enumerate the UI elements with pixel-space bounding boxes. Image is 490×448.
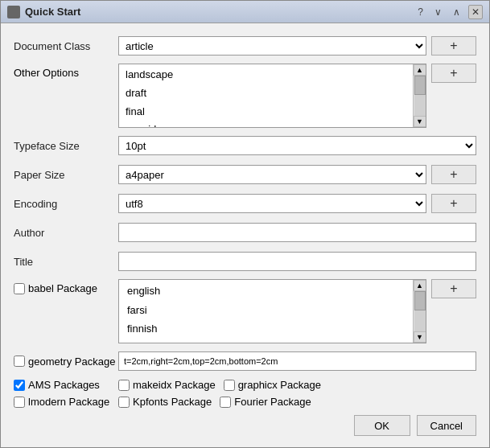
kpfonts-label: Kpfonts Package — [133, 396, 212, 408]
babel-listbox[interactable]: english farsi finnish francais french ▲ … — [118, 279, 426, 343]
fourier-checkbox[interactable] — [220, 397, 231, 408]
other-options-label: Other Options — [14, 64, 118, 79]
app-icon — [7, 6, 20, 18]
babel-languages: english farsi finnish francais french — [119, 280, 413, 343]
list-item[interactable]: francais — [122, 339, 410, 343]
scroll-track — [414, 76, 426, 116]
title-input[interactable] — [118, 252, 476, 271]
scroll-thumb[interactable] — [414, 76, 426, 95]
typeface-size-row: Typeface Size 10pt 11pt 12pt — [14, 134, 476, 157]
quick-start-dialog: Quick Start ? ∨ ∧ ✕ Document Class artic… — [0, 0, 490, 448]
collapse-button[interactable]: ∨ — [431, 6, 445, 18]
scroll-up-button[interactable]: ▲ — [414, 64, 426, 76]
typeface-size-label: Typeface Size — [14, 140, 118, 152]
babel-scroll-down[interactable]: ▼ — [414, 331, 426, 343]
author-controls — [118, 223, 476, 242]
document-class-row: Document Class article report book lette… — [14, 35, 476, 57]
document-class-select[interactable]: article report book letter — [118, 36, 426, 55]
author-row: Author — [14, 221, 476, 244]
other-options-scrollbar[interactable]: ▲ ▼ — [413, 64, 426, 127]
babel-control-area: english farsi finnish francais french ▲ … — [118, 279, 476, 343]
list-item[interactable]: finnish — [122, 319, 410, 339]
typeface-size-controls: 10pt 11pt 12pt — [118, 136, 476, 155]
geometry-label: geometry Package — [28, 356, 115, 368]
dialog-title: Quick Start — [25, 6, 80, 18]
title-controls — [118, 252, 476, 271]
dialog-content: Document Class article report book lette… — [1, 23, 489, 409]
babel-label: babel Package — [28, 282, 97, 294]
title-label: Title — [14, 256, 118, 268]
babel-scroll-thumb[interactable] — [414, 291, 426, 310]
babel-checkbox-wrap: babel Package — [14, 282, 97, 294]
graphicx-label: graphicx Package — [238, 379, 321, 391]
list-item[interactable]: final — [122, 103, 410, 121]
paper-size-row: Paper Size a4paper a5paper letterpaper l… — [14, 163, 476, 186]
kpfonts-checkbox[interactable] — [118, 397, 130, 408]
title-bar: Quick Start ? ∨ ∧ ✕ — [1, 1, 489, 23]
document-class-label: Document Class — [14, 40, 118, 52]
dialog-footer: OK Cancel — [1, 409, 489, 447]
encoding-controls: utf8 latin1 utf16 + — [118, 194, 476, 213]
other-options-plus-button[interactable]: + — [431, 64, 476, 83]
geometry-checkbox[interactable] — [14, 356, 25, 367]
geometry-input[interactable] — [118, 351, 476, 371]
babel-scroll-up[interactable]: ▲ — [414, 280, 426, 291]
makeidx-checkbox[interactable] — [118, 380, 130, 391]
fourier-option: Fourier Package — [220, 396, 311, 408]
lmodern-label: lmodern Package — [28, 396, 109, 408]
close-button[interactable]: ✕ — [468, 5, 483, 19]
document-class-plus-button[interactable]: + — [431, 36, 476, 55]
title-bar-controls: ? ∨ ∧ ✕ — [414, 5, 483, 19]
encoding-select[interactable]: utf8 latin1 utf16 — [118, 194, 426, 213]
ams-label-area: AMS Packages — [14, 379, 118, 391]
geometry-label-area: geometry Package — [14, 356, 118, 368]
encoding-plus-button[interactable]: + — [431, 194, 476, 213]
other-options-listbox[interactable]: landscape draft final oneside twoside ▲ … — [118, 64, 426, 128]
list-item[interactable]: draft — [122, 84, 410, 103]
paper-size-label: Paper Size — [14, 169, 118, 181]
typeface-size-select[interactable]: 10pt 11pt 12pt — [118, 136, 476, 155]
encoding-label: Encoding — [14, 198, 118, 210]
graphicx-checkbox[interactable] — [224, 380, 235, 391]
list-item[interactable]: english — [122, 282, 410, 301]
babel-package-row: babel Package english farsi finnish fran… — [14, 279, 476, 343]
paper-size-controls: a4paper a5paper letterpaper legalpaper + — [118, 165, 476, 184]
list-item[interactable]: oneside — [122, 121, 410, 127]
babel-plus-button[interactable]: + — [431, 279, 476, 298]
list-item[interactable]: farsi — [122, 301, 410, 320]
other-options-items: landscape draft final oneside twoside — [119, 64, 413, 127]
babel-scroll-track — [414, 291, 426, 331]
geometry-row: geometry Package — [14, 350, 476, 372]
other-options-wrap: landscape draft final oneside twoside ▲ … — [118, 64, 476, 128]
lmodern-pkg-options: Kpfonts Package Fourier Package — [118, 396, 476, 408]
title-row: Title — [14, 250, 476, 273]
document-class-controls: article report book letter + — [118, 36, 476, 55]
ams-pkg-options: makeidx Package graphicx Package — [118, 379, 476, 391]
lmodern-checkbox[interactable] — [14, 397, 25, 408]
ams-packages-row: AMS Packages makeidx Package graphicx Pa… — [14, 379, 476, 391]
list-item[interactable]: landscape — [122, 66, 410, 84]
ok-button[interactable]: OK — [354, 415, 410, 436]
scroll-down-button[interactable]: ▼ — [414, 116, 426, 127]
lmodern-label-area: lmodern Package — [14, 396, 118, 408]
ams-checkbox[interactable] — [14, 380, 25, 391]
paper-size-select[interactable]: a4paper a5paper letterpaper legalpaper — [118, 165, 426, 184]
title-bar-left: Quick Start — [7, 6, 80, 18]
cancel-button[interactable]: Cancel — [417, 415, 476, 436]
ams-label: AMS Packages — [28, 379, 100, 391]
other-options-row: Other Options landscape draft final ones… — [14, 64, 476, 128]
lmodern-packages-row: lmodern Package Kpfonts Package Fourier … — [14, 396, 476, 408]
makeidx-label: makeidx Package — [133, 379, 216, 391]
help-button[interactable]: ? — [414, 6, 426, 18]
paper-size-plus-button[interactable]: + — [431, 165, 476, 184]
expand-button[interactable]: ∧ — [450, 6, 463, 18]
babel-checkbox[interactable] — [14, 283, 25, 294]
geometry-controls — [118, 351, 476, 371]
author-input[interactable] — [118, 223, 476, 242]
babel-scrollbar[interactable]: ▲ ▼ — [413, 280, 426, 343]
babel-label-area: babel Package — [14, 279, 118, 294]
graphicx-option: graphicx Package — [224, 379, 321, 391]
fourier-label: Fourier Package — [234, 396, 311, 408]
encoding-row: Encoding utf8 latin1 utf16 + — [14, 192, 476, 215]
kpfonts-option: Kpfonts Package — [118, 396, 212, 408]
